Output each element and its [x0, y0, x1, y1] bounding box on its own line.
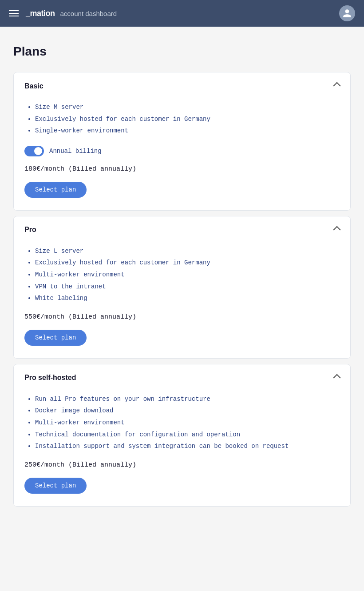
logo-text: _mation: [26, 9, 55, 18]
app-header: _mation account dashboard: [0, 0, 364, 27]
annual-billing-toggle-basic[interactable]: [24, 146, 44, 156]
plan-features-pro: Size L server Exclusively hosted for eac…: [24, 245, 340, 304]
plan-body-pro: Size L server Exclusively hosted for eac…: [14, 244, 350, 358]
plan-name-pro-self-hosted: Pro self-hosted: [24, 374, 76, 382]
select-plan-button-basic[interactable]: Select plan: [24, 182, 87, 198]
list-item: Single-worker environment: [35, 125, 340, 137]
plan-price-pro-self-hosted: 250€/month (Billed annually): [24, 461, 340, 469]
user-avatar-icon[interactable]: [339, 5, 355, 21]
list-item: Multi-worker environment: [35, 417, 340, 429]
main-content: Plans Basic Size M server Exclusively ho…: [0, 27, 364, 591]
list-item: Technical documentation for configuratio…: [35, 429, 340, 441]
plan-features-pro-self-hosted: Run all Pro features on your own infrast…: [24, 393, 340, 452]
logo-area: _mation account dashboard: [26, 9, 117, 18]
select-plan-button-pro-self-hosted[interactable]: Select plan: [24, 478, 87, 494]
chevron-up-icon-pro-self-hosted: [334, 373, 340, 383]
plan-price-basic: 180€/month (Billed annually): [24, 165, 340, 173]
plan-name-pro: Pro: [24, 226, 36, 234]
menu-hamburger-icon[interactable]: [9, 10, 19, 16]
list-item: Multi-worker environment: [35, 269, 340, 281]
chevron-up-icon-basic: [334, 81, 340, 91]
header-subtitle: account dashboard: [60, 10, 117, 17]
plan-body-basic: Size M server Exclusively hosted for eac…: [14, 100, 350, 210]
list-item: Run all Pro features on your own infrast…: [35, 393, 340, 405]
plan-features-basic: Size M server Exclusively hosted for eac…: [24, 101, 340, 137]
list-item: Size M server: [35, 101, 340, 113]
list-item: Installation support and system integrat…: [35, 440, 340, 452]
billing-toggle-row-basic: Annual billing: [24, 146, 340, 156]
plan-price-pro: 550€/month (Billed annually): [24, 313, 340, 321]
list-item: Docker image download: [35, 405, 340, 417]
list-item: Size L server: [35, 245, 340, 257]
billing-label-basic: Annual billing: [49, 148, 102, 155]
list-item: Exclusively hosted for each customer in …: [35, 257, 340, 269]
list-item: Exclusively hosted for each customer in …: [35, 113, 340, 125]
plan-body-pro-self-hosted: Run all Pro features on your own infrast…: [14, 391, 350, 506]
plan-card-pro: Pro Size L server Exclusively hosted for…: [13, 216, 351, 359]
plan-header-pro-self-hosted[interactable]: Pro self-hosted: [14, 364, 350, 391]
list-item: White labeling: [35, 292, 340, 304]
plan-name-basic: Basic: [24, 82, 44, 90]
select-plan-button-pro[interactable]: Select plan: [24, 330, 87, 346]
list-item: VPN to the intranet: [35, 281, 340, 293]
plan-card-pro-self-hosted: Pro self-hosted Run all Pro features on …: [13, 364, 351, 507]
plan-header-pro[interactable]: Pro: [14, 216, 350, 244]
page-title: Plans: [13, 44, 351, 59]
header-left: _mation account dashboard: [9, 9, 117, 18]
plan-header-basic[interactable]: Basic: [14, 72, 350, 100]
chevron-up-icon-pro: [334, 225, 340, 235]
plan-card-basic: Basic Size M server Exclusively hosted f…: [13, 72, 351, 211]
